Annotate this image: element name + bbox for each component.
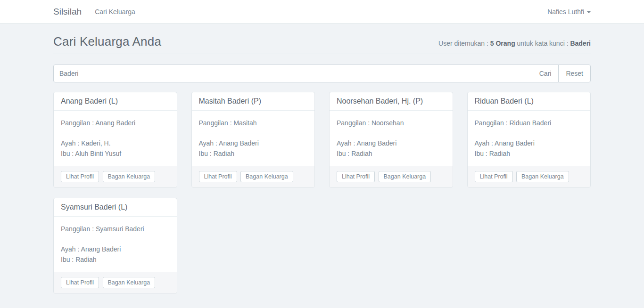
person-nickname: Panggilan : Masitah (199, 118, 308, 128)
navbar: Silsilah Cari Keluarga Nafies Luthfi (0, 0, 644, 24)
person-mother: Ibu : Radiah (475, 148, 584, 159)
person-mother: Ibu : Radiah (337, 148, 446, 159)
page-header: Cari Keluarga Anda User ditemukan : 5 Or… (53, 34, 591, 54)
user-menu-toggle[interactable]: Nafies Luthfi (547, 8, 591, 16)
summary-keyword: Baderi (570, 40, 591, 47)
family-chart-button[interactable]: Bagan Keluarga (516, 171, 569, 182)
results-grid: Anang Baderi (L) Panggilan : Anang Bader… (46, 92, 598, 304)
person-name: Anang Baderi (L) (61, 97, 170, 105)
person-father: Ayah : Kaderi, H. (61, 138, 170, 148)
person-father: Ayah : Anang Baderi (337, 138, 446, 148)
view-profile-button[interactable]: Lihat Profil (337, 171, 375, 182)
view-profile-button[interactable]: Lihat Profil (61, 171, 99, 182)
search-form: Cari Reset (53, 65, 591, 82)
person-mother: Ibu : Radiah (199, 148, 308, 159)
view-profile-button[interactable]: Lihat Profil (199, 171, 237, 182)
family-chart-button[interactable]: Bagan Keluarga (240, 171, 293, 182)
person-nickname: Panggilan : Noorsehan (337, 118, 446, 128)
person-father: Ayah : Anang Baderi (61, 244, 170, 254)
person-mother: Ibu : Aluh Binti Yusuf (61, 148, 170, 159)
person-name: Noorsehan Baderi, Hj. (P) (337, 97, 446, 105)
search-button[interactable]: Cari (532, 65, 559, 82)
caret-down-icon (587, 11, 591, 13)
brand-link[interactable]: Silsilah (53, 7, 82, 17)
divider (475, 133, 584, 133)
view-profile-button[interactable]: Lihat Profil (61, 277, 99, 288)
person-father: Ayah : Anang Baderi (475, 138, 584, 148)
nav-item-cari-keluarga[interactable]: Cari Keluarga (95, 1, 135, 23)
person-card: Syamsuri Baderi (L) Panggilan : Syamsuri… (53, 198, 177, 293)
person-nickname: Panggilan : Anang Baderi (61, 118, 170, 128)
divider (61, 239, 170, 239)
family-chart-button[interactable]: Bagan Keluarga (103, 277, 156, 288)
person-father: Ayah : Anang Baderi (199, 138, 308, 148)
user-name: Nafies Luthfi (547, 8, 584, 16)
person-name: Masitah Baderi (P) (199, 97, 308, 105)
view-profile-button[interactable]: Lihat Profil (475, 171, 513, 182)
summary-count: 5 Orang (490, 40, 515, 47)
person-card: Riduan Baderi (L) Panggilan : Riduan Bad… (467, 92, 591, 187)
search-input[interactable] (53, 65, 532, 82)
reset-button[interactable]: Reset (558, 65, 591, 82)
family-chart-button[interactable]: Bagan Keluarga (379, 171, 431, 182)
person-card: Masitah Baderi (P) Panggilan : Masitah A… (191, 92, 315, 187)
person-card: Anang Baderi (L) Panggilan : Anang Bader… (53, 92, 177, 187)
result-summary: User ditemukan : 5 Orang untuk kata kunc… (438, 40, 591, 47)
summary-prefix: User ditemukan : (438, 40, 490, 47)
person-mother: Ibu : Radiah (61, 254, 170, 265)
page-title: Cari Keluarga Anda (53, 34, 161, 49)
summary-middle: untuk kata kunci : (515, 40, 570, 47)
divider (61, 133, 170, 133)
family-chart-button[interactable]: Bagan Keluarga (103, 171, 156, 182)
person-nickname: Panggilan : Syamsuri Baderi (61, 224, 170, 234)
person-card: Noorsehan Baderi, Hj. (P) Panggilan : No… (329, 92, 453, 187)
person-name: Riduan Baderi (L) (475, 97, 584, 105)
person-name: Syamsuri Baderi (L) (61, 203, 170, 211)
person-nickname: Panggilan : Riduan Baderi (475, 118, 584, 128)
divider (199, 133, 308, 133)
divider (337, 133, 446, 133)
